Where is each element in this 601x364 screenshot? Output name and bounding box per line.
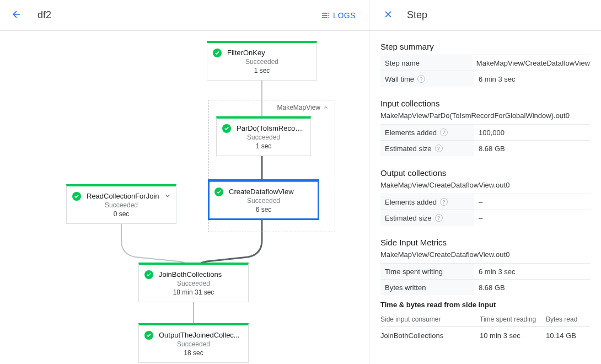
section-output-collections: Output collections MakeMapView/CreateDat… xyxy=(380,168,590,226)
side-input-table-row: JoinBothCollections 10 min 3 sec 10.14 G… xyxy=(380,327,590,344)
side-title: Step xyxy=(407,9,427,21)
section-input-collections: Input collections MakeMapView/ParDo(ToIs… xyxy=(380,99,590,156)
kv-step-name: Step name MakeMapView/CreateDataflowView xyxy=(380,55,590,71)
job-name: df2 xyxy=(37,9,51,21)
section-side-input-metrics: Side Input Metrics MakeMapView/CreateDat… xyxy=(380,238,590,344)
check-circle-icon xyxy=(222,124,231,133)
chevron-up-icon xyxy=(323,104,329,111)
logs-icon xyxy=(321,11,330,20)
kv-elements-added: Elements added? 100,000 xyxy=(380,124,590,140)
logs-button[interactable]: LOGS xyxy=(316,7,360,24)
node-read-collection[interactable]: ReadCollectionForJoin Succeeded 0 sec xyxy=(66,184,176,224)
main-panel: df2 LOGS MakeMapView xyxy=(0,0,369,364)
graph-canvas[interactable]: MakeMapView FilterOnKey Succeeded 1 sec … xyxy=(0,31,369,364)
kv-estimated-size: Estimated size? 8.68 GB xyxy=(380,140,590,156)
chevron-down-icon xyxy=(164,192,171,201)
help-icon[interactable]: ? xyxy=(417,75,425,83)
node-output-joined[interactable]: OutputTheJoinedCollec... Succeeded 18 se… xyxy=(138,323,249,363)
composite-label[interactable]: MakeMapView xyxy=(277,104,329,111)
node-join-both[interactable]: JoinBothCollections Succeeded 18 min 31 … xyxy=(138,263,249,302)
close-icon[interactable] xyxy=(380,7,396,24)
help-icon[interactable]: ? xyxy=(435,144,443,152)
node-filter-on-key[interactable]: FilterOnKey Succeeded 1 sec xyxy=(207,41,317,81)
kv-wall-time: Wall time? 6 min 3 sec xyxy=(380,71,590,87)
check-circle-icon xyxy=(72,192,81,201)
side-input-table-header: Side input consumer Time spent reading B… xyxy=(380,312,590,327)
side-header: Step xyxy=(369,0,601,31)
node-pardo[interactable]: ParDo(ToIsmRecordFor... Succeeded 1 sec xyxy=(216,116,311,156)
check-circle-icon xyxy=(144,331,153,340)
check-circle-icon xyxy=(213,49,222,57)
header: df2 LOGS xyxy=(0,0,369,31)
help-icon[interactable]: ? xyxy=(440,129,448,136)
section-step-summary: Step summary Step name MakeMapView/Creat… xyxy=(380,42,590,87)
kv-out-elements: Elements added? – xyxy=(380,194,590,210)
check-circle-icon xyxy=(214,188,223,196)
help-icon[interactable]: ? xyxy=(435,214,443,222)
kv-bytes-written: Bytes written 8.68 GB xyxy=(380,279,590,295)
kv-write-time: Time spent writing 6 min 3 sec xyxy=(380,263,590,279)
back-arrow-icon[interactable] xyxy=(9,7,24,24)
node-create-dataflow-view[interactable]: CreateDataflowView Succeeded 6 sec xyxy=(208,180,319,220)
help-icon[interactable]: ? xyxy=(440,198,448,206)
side-body: Step summary Step name MakeMapView/Creat… xyxy=(369,31,601,356)
kv-out-size: Estimated size? – xyxy=(380,210,590,226)
side-panel: Step Step summary Step name MakeMapView/… xyxy=(369,0,601,364)
check-circle-icon xyxy=(144,270,153,279)
